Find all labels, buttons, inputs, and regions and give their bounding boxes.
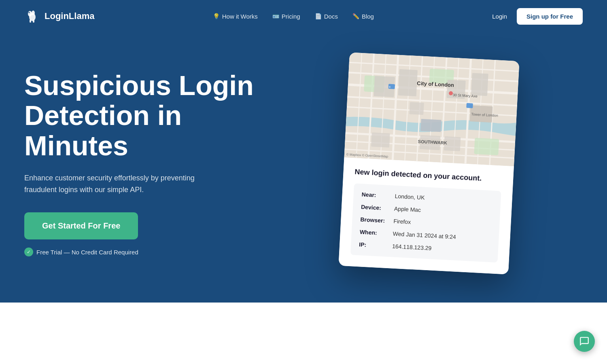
card-details: Near: London, UK Device: Apple Mac Brows… (350, 183, 501, 262)
trial-label: Free Trial — No Credit Card Required (36, 249, 138, 256)
svg-rect-29 (474, 138, 499, 155)
logo-icon (24, 8, 40, 24)
logo-link[interactable]: LoginLlama (24, 8, 94, 24)
card-alert-title: New login detected on your account. (354, 167, 502, 184)
signup-button[interactable]: Sign up for Free (517, 8, 583, 25)
nav-blog-label: Blog (362, 13, 374, 20)
device-value: Apple Mac (394, 205, 421, 214)
svg-rect-33 (471, 73, 488, 96)
ip-label: IP: (359, 240, 388, 250)
svg-rect-34 (409, 102, 424, 115)
nav-item-how-it-works[interactable]: 💡 How it Works (213, 13, 258, 20)
ip-value: 164.118.123.29 (392, 242, 432, 253)
check-icon: ✓ (24, 248, 33, 256)
map-area: Tower of London City of London 30 St Mar… (344, 52, 519, 166)
svg-point-2 (32, 11, 35, 15)
lightbulb-icon: 💡 (213, 13, 220, 19)
nav-pricing-label: Pricing (282, 13, 300, 20)
chat-widget-button[interactable] (574, 331, 595, 352)
svg-text:≡: ≡ (389, 85, 391, 89)
location-value: London, UK (395, 192, 425, 202)
hero-right: Tower of London City of London 30 St Mar… (275, 57, 583, 270)
nav-item-pricing[interactable]: 🪪 Pricing (272, 13, 300, 20)
nav-item-blog[interactable]: ✏️ Blog (352, 13, 374, 20)
svg-point-5 (29, 12, 30, 13)
svg-rect-35 (371, 133, 390, 148)
card-row-device: Device: Apple Mac (361, 203, 492, 218)
browser-label: Browser: (360, 215, 389, 225)
nav-item-docs[interactable]: 📄 Docs (315, 13, 338, 20)
card-icon: 🪪 (272, 13, 279, 19)
navbar: LoginLlama 💡 How it Works 🪪 Pricing 📄 Do… (0, 0, 607, 32)
hero-section: Suspicious Login Detection in Minutes En… (0, 32, 607, 303)
chat-icon (579, 336, 590, 347)
hero-trial-info: ✓ Free Trial — No Credit Card Required (24, 248, 275, 256)
location-label: Near: (361, 190, 390, 200)
brand-name: LoginLlama (45, 11, 94, 21)
svg-rect-38 (420, 119, 441, 132)
edit-icon: ✏️ (352, 13, 359, 19)
svg-rect-3 (30, 19, 31, 23)
login-link[interactable]: Login (492, 13, 507, 20)
svg-rect-31 (398, 69, 418, 96)
browser-value: Firefox (393, 217, 411, 226)
nav-right: Login Sign up for Free (492, 8, 583, 25)
get-started-button[interactable]: Get Started For Free (24, 212, 138, 239)
hero-left: Suspicious Login Detection in Minutes En… (24, 70, 275, 257)
card-row-ip: IP: 164.118.123.29 (359, 240, 490, 256)
map-svg: Tower of London City of London 30 St Mar… (344, 52, 519, 166)
nav-links: 💡 How it Works 🪪 Pricing 📄 Docs ✏️ Blog (213, 13, 374, 20)
svg-point-1 (28, 11, 32, 17)
hero-title: Suspicious Login Detection in Minutes (24, 70, 275, 161)
card-row-when: When: Wed Jan 31 2024 at 9:24 (359, 228, 491, 243)
bottom-section (0, 303, 607, 364)
card-row-location: Near: London, UK (361, 190, 493, 205)
login-detection-card: Tower of London City of London 30 St Mar… (338, 52, 519, 274)
nav-docs-label: Docs (324, 13, 338, 20)
card-body: New login detected on your account. Near… (338, 157, 514, 275)
document-icon: 📄 (315, 13, 322, 19)
when-label: When: (359, 228, 388, 238)
svg-rect-46 (466, 103, 473, 108)
nav-how-it-works-label: How it Works (222, 13, 258, 20)
device-label: Device: (361, 203, 390, 213)
when-value: Wed Jan 31 2024 at 9:24 (393, 230, 456, 241)
card-row-browser: Browser: Firefox (360, 215, 492, 231)
svg-rect-4 (33, 19, 34, 23)
hero-subtitle: Enhance customer security effortlessly b… (24, 172, 219, 196)
